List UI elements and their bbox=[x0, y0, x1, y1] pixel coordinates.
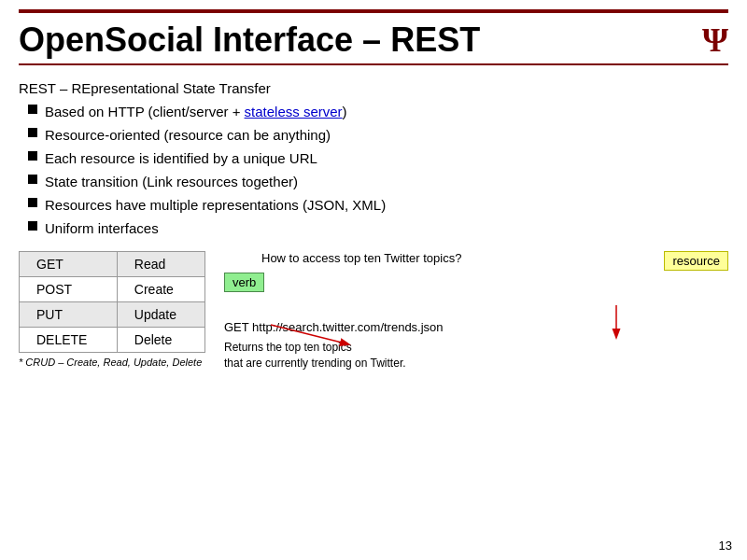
table-row: GET Read bbox=[20, 252, 205, 277]
table-cell-verb: GET bbox=[20, 252, 118, 277]
bullet-text-3: Each resource is identified by a unique … bbox=[45, 148, 317, 168]
table-cell-verb: DELETE bbox=[20, 328, 118, 353]
list-item: Resource-oriented (resource can be anyth… bbox=[28, 125, 728, 145]
table-row: POST Create bbox=[20, 277, 205, 302]
verb-row: verb bbox=[224, 269, 728, 292]
table-row: PUT Update bbox=[20, 302, 205, 328]
bottom-section: GET Read POST Create PUT Update DELETE D… bbox=[19, 251, 728, 371]
get-url-line: GET http://search.twitter.com/trends.jso… bbox=[224, 320, 728, 334]
intro-text: REST – REpresentational State Transfer bbox=[19, 80, 728, 96]
list-item: State transition (Link resources togethe… bbox=[28, 172, 728, 191]
bullet-text-6: Uniform interfaces bbox=[45, 218, 159, 238]
crud-table: GET Read POST Create PUT Update DELETE D… bbox=[19, 251, 205, 353]
table-row: DELETE Delete bbox=[20, 328, 205, 353]
resource-box: resource bbox=[664, 251, 728, 271]
title-text: OpenSocial Interface – REST bbox=[19, 21, 480, 60]
bullet-icon bbox=[28, 221, 37, 231]
table-cell-verb: PUT bbox=[20, 302, 118, 328]
bullet-icon bbox=[28, 128, 37, 137]
list-item: Uniform interfaces bbox=[28, 218, 728, 238]
bullet-text-4: State transition (Link resources togethe… bbox=[45, 172, 298, 191]
table-cell-action: Delete bbox=[117, 328, 204, 353]
page-number: 13 bbox=[719, 539, 732, 553]
list-item: Based on HTTP (client/server + stateless… bbox=[28, 102, 728, 121]
resource-label: resource bbox=[672, 254, 720, 268]
verb-box: verb bbox=[224, 273, 264, 292]
bullet-icon bbox=[28, 151, 37, 161]
table-cell-action: Update bbox=[117, 302, 204, 328]
bullet-text-1: Based on HTTP (client/server + stateless… bbox=[45, 102, 347, 121]
top-bar bbox=[19, 9, 728, 13]
returns-box: Returns the top ten topics that are curr… bbox=[224, 340, 728, 371]
table-section: GET Read POST Create PUT Update DELETE D… bbox=[19, 251, 205, 371]
table-cell-action: Create bbox=[117, 277, 204, 302]
slide-title: OpenSocial Interface – REST Ψ bbox=[19, 21, 728, 65]
bullet-list: Based on HTTP (client/server + stateless… bbox=[19, 102, 728, 238]
twitter-question: How to access top ten Twitter topics? bbox=[261, 251, 728, 265]
bullet-text-5: Resources have multiple representations … bbox=[45, 195, 386, 215]
list-item: Each resource is identified by a unique … bbox=[28, 148, 728, 168]
crud-note: * CRUD – Create, Read, Update, Delete bbox=[19, 357, 205, 368]
bullet-icon bbox=[28, 105, 37, 114]
returns-line2: that are currently trending on Twitter. bbox=[224, 357, 406, 370]
bullet-text-2: Resource-oriented (resource can be anyth… bbox=[45, 125, 331, 145]
table-cell-verb: POST bbox=[20, 277, 118, 302]
table-cell-action: Read bbox=[117, 252, 204, 277]
iu-logo: Ψ bbox=[702, 21, 728, 60]
slide: OpenSocial Interface – REST Ψ REST – REp… bbox=[0, 0, 747, 560]
right-panel: How to access top ten Twitter topics? re… bbox=[224, 251, 728, 371]
bullet-icon bbox=[28, 175, 37, 184]
returns-line1: Returns the top ten topics bbox=[224, 341, 352, 354]
list-item: Resources have multiple representations … bbox=[28, 195, 728, 215]
content-area: REST – REpresentational State Transfer B… bbox=[19, 80, 728, 238]
verb-label: verb bbox=[233, 275, 256, 289]
bullet-icon bbox=[28, 198, 37, 207]
stateless-link: stateless server bbox=[245, 104, 343, 119]
